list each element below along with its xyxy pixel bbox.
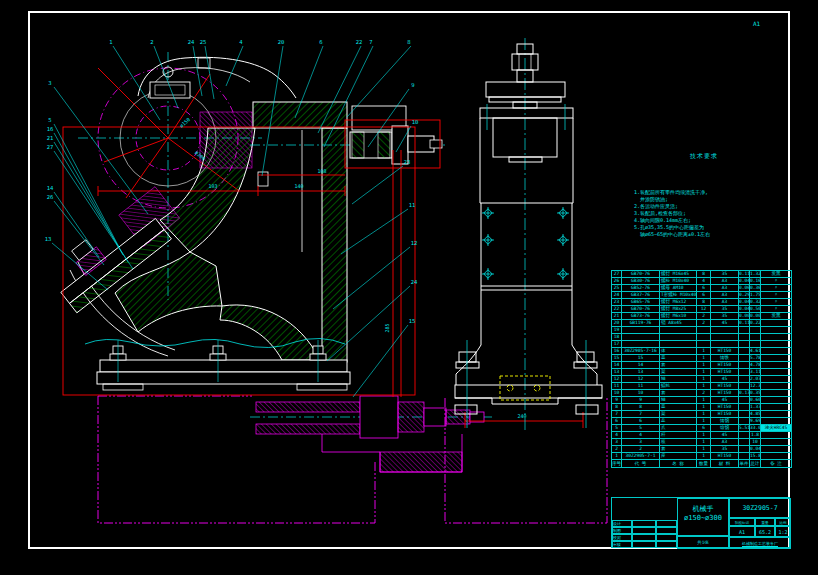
signature-label: 审核 [612,541,632,548]
signature-row: 审核 [612,541,677,548]
balloon-10: 10 [412,119,419,125]
bom-qty: 8 [697,271,711,278]
bom-total-weight [750,341,761,348]
bom-name: 套 [660,390,697,397]
company-name: 机械制造工艺装备厂 [729,537,791,549]
bom-unit-weight [739,362,750,369]
bom-remark [761,453,792,460]
balloon-4: 4 [239,39,243,45]
bom-unit-weight [739,439,750,446]
bom-name: 螺钉 M6x10 [660,313,697,320]
note-line: 3.装配后,检查各部位; [634,210,774,217]
bom-qty: 1 [697,376,711,383]
bom-total-weight: 0.36 [750,285,761,292]
signature-grid: 设计 制图 校对 审核 [612,520,677,549]
balloon-15: 15 [409,318,416,324]
bom-material [711,327,739,334]
bom-remark [761,390,792,397]
bom-qty: 4 [697,278,711,285]
bom-header-total: 总计 [750,460,761,468]
bom-material: 35 [711,313,739,320]
bom-material: A3 [711,439,739,446]
bom-row: 8 8 盖 1 HT150 1.37 [612,404,792,411]
balloon-13: 13 [45,236,52,242]
balloon-20: 20 [278,39,285,45]
bom-header-remark: 备 注 [761,460,792,468]
bom-qty: 6 [697,292,711,299]
bom-no: 9 [612,397,622,404]
bom-qty: 6 [697,425,711,432]
bom-name: 杆 [660,432,697,439]
bom-no: 18 [612,334,622,341]
bom-row: 5 5 爪 6 锻钢 5.51 33.06 淬火HRC45 [612,425,792,432]
parts-list-table: 27 GB70-76 螺钉 M16x45 8 35 0.11 1.32 发黑 2… [611,270,792,468]
bom-material: A3 [711,292,739,299]
bom-row: 17 [612,341,792,348]
bom-remark: 〃 [761,278,792,285]
bom-remark: 淬火HRC45 [761,425,792,432]
bom-no: 8 [612,404,622,411]
bom-no: 10 [612,390,622,397]
balloon-25: 25 [200,39,207,45]
bom-code: 4 [622,432,660,439]
bom-no: 21 [612,313,622,320]
bom-material: A3 [711,278,739,285]
product-spec: ø150~ø300 [678,514,728,523]
bom-name: 螺栓 M10x40 [660,278,697,285]
bom-row: 6 6 盘 1 铸钢 9.695 [612,418,792,425]
bom-code: GB30-76 [622,278,660,285]
bom-no: 25 [612,285,622,292]
product-title-cell: 机械手 ø150~ø300 [677,498,729,536]
bom-material: 45 [711,432,739,439]
machine-bed-phantom-left [98,396,375,523]
bom-name [660,334,697,341]
bom-name: 销 A8x45 [660,320,697,327]
bom-name: 套 [660,362,697,369]
bom-code: GB70-76 [622,271,660,278]
bom-row: 23 GB65-76 螺钉 M6x12 8 A3 0.04 0.32 〃 [612,299,792,306]
bom-remark: 〃 [761,285,792,292]
bom-material: HT150 [711,362,739,369]
bom-material: 锻钢 [711,425,739,432]
scale-value: 1:2 [775,526,791,537]
bom-code: GB37-76 [622,292,660,299]
bom-no: 24 [612,292,622,299]
bom-total-weight: 0.35 [750,390,761,397]
bom-name: 螺母 AM10 [660,285,697,292]
bom-code: 30Z2905-7-16 [622,348,660,355]
bom-total-weight: 0.504 [750,306,761,313]
bom-qty: 6 [697,285,711,292]
balloon-3: 3 [48,80,51,86]
bom-material: 45 [711,320,739,327]
bom-header-name: 名 称 [660,460,697,468]
bom-remark [761,348,792,355]
bom-total-weight [750,334,761,341]
bom-unit-weight [739,453,750,460]
cover-boss [150,82,190,98]
bom-name: 座 [660,453,697,460]
signature-row: 校对 [612,534,677,541]
bom-qty: 8 [697,299,711,306]
bom-total-weight: 1.32 [750,271,761,278]
bom-remark [761,320,792,327]
bom-unit-weight: 0.04 [739,299,750,306]
bom-qty: 1 [697,404,711,411]
bom-remark [761,334,792,341]
bom-qty: 12 [697,306,711,313]
bom-no: 15 [612,355,622,362]
bom-row: 26 GB30-76 螺栓 M10x40 4 A3 0.04 0.16 〃 [612,278,792,285]
bom-material [711,341,739,348]
bom-header-code: 代 号 [622,460,660,468]
bom-unit-weight: 0.04 [739,278,750,285]
bom-code: 13 [622,369,660,376]
balloon-24b: 24 [411,279,418,285]
bom-qty: 2 [697,313,711,320]
dim-140: 140 [294,183,303,189]
bom-row: 20 GB119-76 销 A8x45 2 45 0.11 0.22 [612,320,792,327]
bom-unit-weight: 0.29 [739,292,750,299]
bolt-markers [482,207,569,280]
signature-name [632,541,656,548]
bom-name: 盖 [660,404,697,411]
bom-unit-weight [739,327,750,334]
bom-remark [761,341,792,348]
